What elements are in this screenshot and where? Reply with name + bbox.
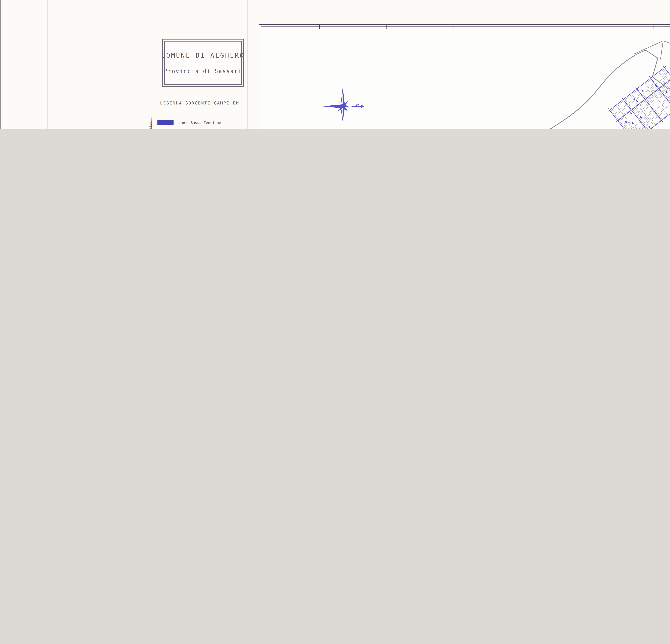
corner-box-province: Provincia di Sassari [164,68,242,74]
legend-brace [151,116,152,129]
corner-title-box: COMUNE DI ALGHERO Provincia di Sassari [162,39,244,87]
em-group-label: Elettrodotti [148,115,151,129]
map-sheet: COMUNE DI ALGHERO Provincia di Sassari L… [0,0,670,129]
bt-bar-icon [158,120,174,124]
map-frame: N0500 mt.1000 mt. [259,24,670,129]
compass-rose: N [322,88,364,121]
city-map: N0500 mt.1000 mt. [259,25,670,129]
em-sources-legend: LEGENDA SORGENTI CAMPI EM ElettrodottiLi… [148,100,251,129]
em-legend-title: LEGENDA SORGENTI CAMPI EM [148,100,251,105]
em-legend-group: ElettrodottiLinee Bassa TensioneLinee Me… [148,115,251,129]
fold-line-left [47,0,48,129]
sheet-left-edge [0,0,1,129]
legend-item: Linee Bassa Tensione [158,120,221,124]
svg-text:N: N [354,104,360,107]
corner-box-municipality: COMUNE DI ALGHERO [161,52,245,59]
legend-item-label: Linee Bassa Tensione [177,120,221,124]
